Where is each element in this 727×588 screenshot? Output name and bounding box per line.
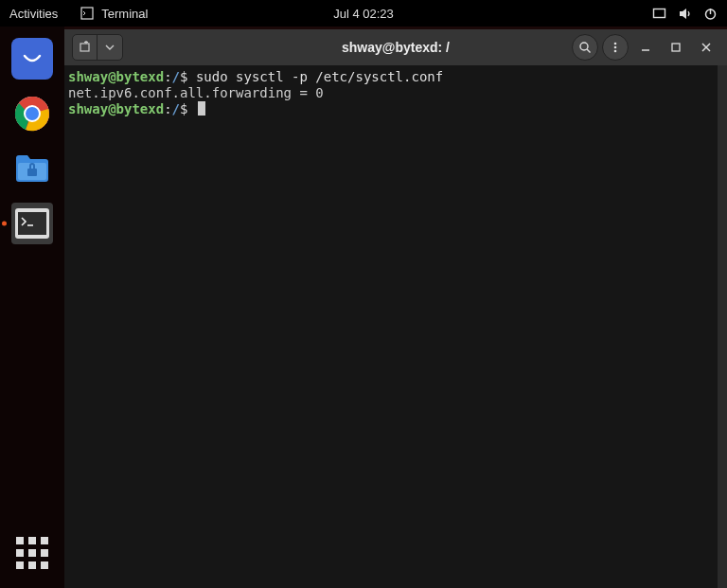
- dock-icon-terminal[interactable]: [11, 203, 53, 244]
- topbar-clock[interactable]: Jul 4 02:23: [333, 7, 394, 21]
- search-button[interactable]: [572, 34, 598, 61]
- svg-rect-22: [672, 44, 680, 51]
- cursor: [198, 101, 205, 116]
- svg-rect-9: [27, 169, 37, 176]
- dock-icon-gnome-help[interactable]: [11, 38, 53, 80]
- terminal-window: shway@bytexd: / shway@bytexd:/$ sudo sys…: [64, 29, 727, 588]
- svg-point-20: [614, 50, 617, 53]
- power-icon[interactable]: [703, 7, 718, 21]
- svg-line-17: [587, 49, 591, 53]
- window-titlebar: shway@bytexd: /: [64, 29, 727, 65]
- scrollbar[interactable]: [718, 65, 727, 588]
- svg-rect-13: [80, 44, 89, 51]
- svg-rect-1: [654, 9, 665, 17]
- new-tab-menu-button[interactable]: [98, 35, 122, 60]
- dock-icon-files[interactable]: [11, 148, 53, 189]
- show-applications-button[interactable]: [0, 537, 64, 569]
- chevron-down-icon: [105, 45, 115, 50]
- dock: [0, 27, 64, 588]
- new-tab-button-group: [72, 34, 123, 61]
- close-button[interactable]: [693, 34, 719, 61]
- minimize-button[interactable]: [632, 34, 659, 61]
- terminal-line: shway@bytexd:/$: [68, 101, 723, 117]
- terminal-body[interactable]: shway@bytexd:/$ sudo sysctl -p /etc/sysc…: [64, 65, 727, 588]
- topbar-app-menu[interactable]: Terminal: [80, 7, 148, 21]
- new-tab-button[interactable]: [73, 35, 98, 60]
- svg-rect-11: [18, 212, 46, 235]
- topbar-app-label: Terminal: [101, 7, 148, 21]
- svg-point-18: [614, 43, 617, 45]
- maximize-button[interactable]: [663, 34, 689, 61]
- screen-icon[interactable]: [652, 7, 666, 21]
- svg-point-19: [614, 46, 617, 49]
- close-icon: [700, 42, 712, 53]
- terminal-line: net.ipv6.conf.all.forwarding = 0: [68, 85, 723, 101]
- menu-button[interactable]: [602, 34, 629, 61]
- dock-running-indicator: [2, 222, 7, 226]
- terminal-icon: [80, 7, 94, 20]
- terminal-line: shway@bytexd:/$ sudo sysctl -p /etc/sysc…: [68, 69, 723, 85]
- activities-button[interactable]: Activities: [9, 7, 58, 21]
- new-tab-icon: [79, 41, 92, 54]
- dock-icon-chrome[interactable]: [11, 93, 53, 134]
- volume-icon[interactable]: [678, 7, 692, 21]
- maximize-icon: [670, 42, 682, 53]
- window-title: shway@bytexd: /: [342, 40, 450, 55]
- svg-rect-0: [81, 8, 93, 19]
- search-icon: [578, 41, 592, 54]
- svg-point-16: [580, 43, 588, 50]
- minimize-icon: [640, 42, 651, 53]
- gnome-topbar: Activities Terminal Jul 4 02:23: [0, 0, 727, 27]
- kebab-menu-icon: [609, 41, 622, 54]
